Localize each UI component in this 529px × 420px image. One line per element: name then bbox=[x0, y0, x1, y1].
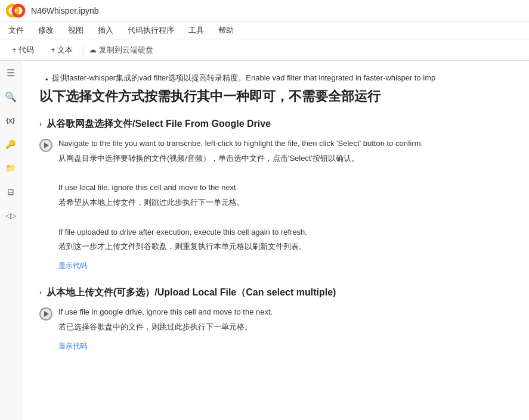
cloud-save-label: 复制到云端硬盘 bbox=[99, 45, 153, 55]
notebook-content: • 提供faster-whisper集成的vad filter选项以提高转录精度… bbox=[21, 61, 529, 420]
run-button-1[interactable] bbox=[39, 139, 52, 152]
files-icon[interactable]: 📁 bbox=[5, 162, 17, 174]
google-drive-cell: Navigate to the file you want to transcr… bbox=[39, 138, 511, 272]
cloud-icon: ☁ bbox=[89, 45, 97, 54]
main-layout: ☰ 🔍 {x} 🔑 📁 ⊟ ◁▷ • 提供faster-whisper集成的va… bbox=[0, 61, 529, 420]
search-icon[interactable]: 🔍 bbox=[5, 91, 17, 102]
toc-icon[interactable]: ☰ bbox=[5, 67, 17, 79]
cell-1-line-6: If file uploaded to drive after executio… bbox=[58, 226, 511, 239]
cell-1-line-2 bbox=[58, 167, 511, 179]
toolbar: + 代码 + 文本 ☁ 复制到云端硬盘 bbox=[0, 39, 529, 61]
menu-view[interactable]: 视图 bbox=[66, 24, 86, 37]
chevron-icon: › bbox=[39, 120, 42, 128]
menu-file[interactable]: 文件 bbox=[6, 24, 26, 37]
menu-help[interactable]: 帮助 bbox=[216, 24, 236, 37]
menu-edit[interactable]: 修改 bbox=[36, 24, 56, 37]
cell-2-line-0: If use file in google drive, ignore this… bbox=[58, 306, 511, 319]
cell-1-line-5 bbox=[58, 211, 511, 224]
cell-2-line-1: 若已选择谷歌盘中的文件，则跳过此步执行下一单元格。 bbox=[58, 321, 511, 334]
chevron-icon-2: › bbox=[39, 288, 42, 297]
add-code-button[interactable]: + 代码 bbox=[6, 42, 40, 58]
run-button-2[interactable] bbox=[39, 307, 52, 321]
play-icon bbox=[44, 142, 49, 148]
section-heading: 以下选择文件方式按需执行其中一种即可，不需要全部运行 bbox=[39, 88, 511, 106]
cloud-save-area[interactable]: ☁ 复制到云端硬盘 bbox=[89, 45, 153, 55]
menu-bar: 文件 修改 视图 插入 代码执行程序 工具 帮助 bbox=[0, 21, 529, 39]
toolbar-separator bbox=[83, 44, 84, 56]
local-upload-section: › 从本地上传文件(可多选）/Upload Local File（Can sel… bbox=[39, 287, 511, 352]
play-icon-2 bbox=[44, 311, 49, 317]
local-upload-header[interactable]: › 从本地上传文件(可多选）/Upload Local File（Can sel… bbox=[39, 287, 511, 299]
sidebar: ☰ 🔍 {x} 🔑 📁 ⊟ ◁▷ bbox=[0, 61, 21, 420]
cell-1-line-3: If use local file, ignore this cell and … bbox=[58, 182, 511, 194]
show-code-link-2[interactable]: 显示代码 bbox=[58, 341, 87, 352]
top-bullet-item: • 提供faster-whisper集成的vad filter选项以提高转录精度… bbox=[39, 73, 511, 84]
title-bar: N46Whisper.ipynb bbox=[0, 0, 529, 21]
local-upload-cell: If use file in google drive, ignore this… bbox=[39, 306, 511, 352]
show-code-link-1[interactable]: 显示代码 bbox=[58, 260, 87, 272]
google-drive-header[interactable]: › 从谷歌网盘选择文件/Select File From Google Driv… bbox=[39, 118, 511, 130]
cell-1-line-4: 若希望从本地上传文件，则跳过此步执行下一单元格。 bbox=[58, 197, 511, 209]
cell-1-line-1: 从网盘目录中选择要转换的文件(视频/音频），单击选中文件，点击'Select'按… bbox=[58, 153, 511, 165]
menu-insert[interactable]: 插入 bbox=[95, 24, 116, 37]
google-drive-title: 从谷歌网盘选择文件/Select File From Google Drive bbox=[47, 118, 271, 130]
cell-2-content: If use file in google drive, ignore this… bbox=[58, 306, 511, 352]
local-upload-title: 从本地上传文件(可多选）/Upload Local File（Can selec… bbox=[47, 287, 336, 299]
cell-1-line-7: 若到这一步才上传文件到谷歌盘，则重复执行本单元格以刷新文件列表。 bbox=[58, 241, 511, 253]
terminal-icon[interactable]: ⊟ bbox=[5, 186, 17, 198]
cell-1-line-0: Navigate to the file you want to transcr… bbox=[58, 138, 511, 150]
notebook-title: N46Whisper.ipynb bbox=[31, 6, 99, 15]
variables-icon[interactable]: {x} bbox=[5, 114, 17, 126]
add-text-button[interactable]: + 文本 bbox=[45, 42, 79, 58]
top-bullet-text: 提供faster-whisper集成的vad filter选项以提高转录精度。E… bbox=[52, 73, 436, 83]
google-drive-section: › 从谷歌网盘选择文件/Select File From Google Driv… bbox=[39, 118, 511, 272]
cell-1-content: Navigate to the file you want to transcr… bbox=[58, 138, 511, 272]
menu-tools[interactable]: 工具 bbox=[186, 24, 206, 37]
code-snippets-icon[interactable]: ◁▷ bbox=[5, 210, 17, 222]
secrets-icon[interactable]: 🔑 bbox=[5, 138, 17, 150]
colab-logo bbox=[6, 1, 25, 20]
menu-runtime[interactable]: 代码执行程序 bbox=[125, 24, 177, 37]
